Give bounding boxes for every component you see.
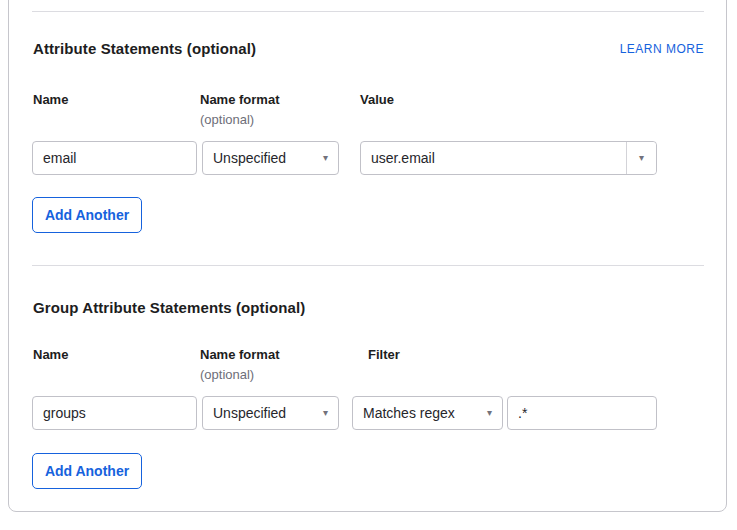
- group-filter-value-input[interactable]: [507, 396, 657, 430]
- learn-more-link[interactable]: LEARN MORE: [620, 42, 704, 56]
- attr-name-column-label: Name: [33, 92, 68, 107]
- attr-value-column-label: Value: [360, 92, 394, 107]
- group-add-another-button[interactable]: Add Another: [32, 453, 142, 489]
- group-name-column-label: Name: [33, 347, 68, 362]
- group-name-format-optional-note: (optional): [200, 367, 254, 382]
- group-filter-type-selected-value: Matches regex: [363, 405, 455, 421]
- attr-name-format-select[interactable]: Unspecified ▾: [202, 141, 339, 175]
- attr-name-format-selected-value: Unspecified: [213, 150, 286, 166]
- attr-name-format-optional-note: (optional): [200, 112, 254, 127]
- group-attribute-statements-title: Group Attribute Statements (optional): [33, 299, 305, 316]
- chevron-down-icon: ▾: [323, 153, 328, 163]
- attr-value-input[interactable]: [361, 142, 626, 174]
- settings-card: [8, 0, 727, 512]
- attr-value-combobox: ▾: [360, 141, 657, 175]
- group-name-format-selected-value: Unspecified: [213, 405, 286, 421]
- group-name-format-column-label: Name format: [200, 347, 279, 362]
- chevron-down-icon: ▾: [639, 153, 644, 163]
- attr-add-another-button[interactable]: Add Another: [32, 197, 142, 233]
- chevron-down-icon: ▾: [323, 408, 328, 418]
- attr-name-format-column-label: Name format: [200, 92, 279, 107]
- chevron-down-icon: ▾: [487, 408, 492, 418]
- saml-settings-page: Attribute Statements (optional) LEARN MO…: [0, 0, 737, 530]
- section-divider-middle: [32, 265, 704, 266]
- group-name-input[interactable]: [32, 396, 197, 430]
- attribute-statements-title: Attribute Statements (optional): [33, 40, 256, 57]
- group-name-format-select[interactable]: Unspecified ▾: [202, 396, 339, 430]
- attr-value-dropdown-button[interactable]: ▾: [626, 142, 656, 174]
- attr-name-input[interactable]: [32, 141, 197, 175]
- section-divider-top: [32, 11, 704, 12]
- group-filter-column-label: Filter: [368, 347, 400, 362]
- group-filter-type-select[interactable]: Matches regex ▾: [352, 396, 503, 430]
